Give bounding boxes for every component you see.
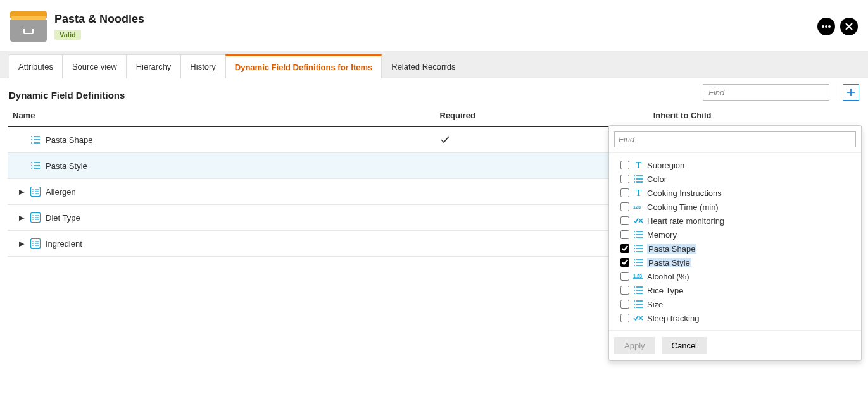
find-input[interactable] <box>703 84 829 101</box>
row-name: Ingredient <box>46 239 82 249</box>
close-button[interactable] <box>840 18 858 35</box>
more-button[interactable] <box>817 18 835 35</box>
svg-text:T: T <box>636 161 642 169</box>
tab-dynamic-field-definitions-for-items[interactable]: Dynamic Field Definitions for Items <box>225 54 382 78</box>
row-name: Pasta Shape <box>46 135 92 145</box>
dropdown-item[interactable]: Pasta Shape <box>609 242 861 255</box>
category-icon <box>10 11 47 42</box>
dropdown-checkbox[interactable] <box>620 216 629 225</box>
int-icon: 123 <box>633 202 643 212</box>
header-text: Pasta & Noodles Valid <box>54 11 144 40</box>
expander-icon[interactable]: ▶ <box>19 188 25 196</box>
row-name: Diet Type <box>46 213 80 223</box>
dropdown-item[interactable]: Pasta Style <box>609 255 861 257</box>
tab-source-view[interactable]: Source view <box>63 54 127 78</box>
dropdown-item[interactable]: 123Cooking Time (min) <box>609 200 861 214</box>
text-icon: T <box>633 188 643 198</box>
plus-icon <box>846 88 855 97</box>
list-icon <box>633 230 643 240</box>
svg-point-2 <box>828 25 831 28</box>
tabbar: AttributesSource viewHierarchyHistoryDyn… <box>0 51 868 78</box>
dropdown-item[interactable]: TSubregion <box>609 158 861 172</box>
svg-point-0 <box>822 25 824 28</box>
header-actions <box>817 18 858 35</box>
dropdown-items[interactable]: TSubregionColorTCooking Instructions123C… <box>609 153 861 257</box>
add-field-dropdown: TSubregionColorTCooking Instructions123C… <box>608 125 862 257</box>
dropdown-checkbox[interactable] <box>620 230 629 239</box>
dropdown-find-input[interactable] <box>614 131 856 147</box>
dropdown-item-label: Pasta Shape <box>647 244 696 254</box>
toolbar <box>0 84 868 101</box>
dropdown-checkbox[interactable] <box>620 202 629 211</box>
expander-icon[interactable]: ▶ <box>19 240 25 248</box>
dropdown-item[interactable]: Color <box>609 172 861 186</box>
tab-history[interactable]: History <box>180 54 225 78</box>
bool-icon <box>633 216 643 226</box>
dropdown-checkbox[interactable] <box>620 175 629 183</box>
text-icon: T <box>633 160 643 170</box>
tab-hierarchy[interactable]: Hierarchy <box>127 54 181 78</box>
dropdown-item[interactable]: Memory <box>609 228 861 242</box>
col-inherit: Inherit to Child <box>648 104 862 127</box>
dropdown-item[interactable]: TCooking Instructions <box>609 186 861 200</box>
expander-icon[interactable]: ▶ <box>19 214 25 222</box>
multi-icon <box>30 212 41 223</box>
dropdown-item-label: Cooking Instructions <box>647 188 722 198</box>
header: Pasta & Noodles Valid <box>0 0 868 51</box>
tab-related-recorrds[interactable]: Related Recorrds <box>382 54 465 78</box>
dropdown-item-label: Color <box>647 175 667 184</box>
multi-icon <box>30 187 41 197</box>
row-name: Allergen <box>46 187 76 197</box>
list-icon <box>30 161 41 171</box>
dropdown-item-label: Heart rate monitoring <box>647 216 724 226</box>
dropdown-item-label: Subregion <box>647 161 684 170</box>
page-title: Pasta & Noodles <box>54 13 144 26</box>
list-icon <box>633 243 643 254</box>
tab-attributes[interactable]: Attributes <box>9 54 63 78</box>
col-required: Required <box>435 104 648 127</box>
dropdown-checkbox[interactable] <box>620 188 629 197</box>
multi-icon <box>30 238 41 249</box>
status-badge: Valid <box>54 30 81 40</box>
list-icon <box>633 174 643 184</box>
add-button[interactable] <box>843 84 859 101</box>
row-name: Pasta Style <box>46 161 87 171</box>
list-icon <box>30 135 41 145</box>
toolbar-divider <box>836 84 836 101</box>
svg-point-1 <box>825 25 827 28</box>
svg-text:T: T <box>636 188 642 197</box>
dropdown-item[interactable]: Heart rate monitoring <box>609 214 861 228</box>
col-name: Name <box>8 104 435 127</box>
dropdown-item-label: Cooking Time (min) <box>647 202 719 212</box>
dropdown-item-label: Memory <box>647 230 677 240</box>
dropdown-checkbox[interactable] <box>620 161 629 169</box>
dropdown-checkbox[interactable] <box>620 244 629 253</box>
svg-text:123: 123 <box>633 205 641 210</box>
